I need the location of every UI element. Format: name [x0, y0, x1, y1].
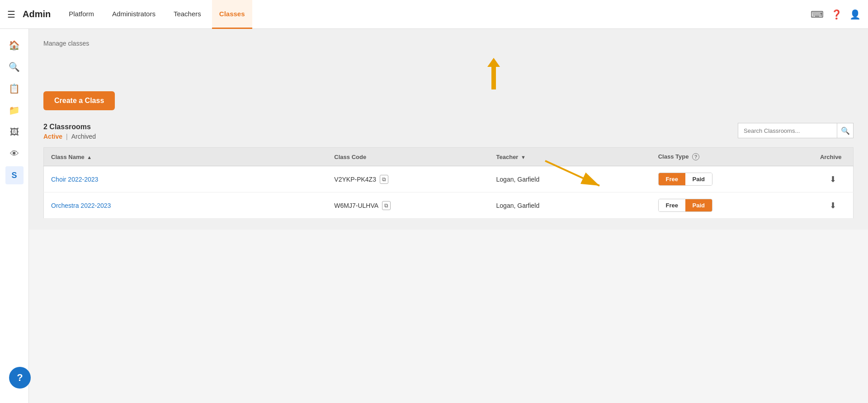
teacher-label: Teacher	[496, 154, 519, 160]
row2-paid-btn[interactable]: Paid	[685, 199, 712, 211]
nav-right: ⌨ ❓ 👤	[811, 9, 861, 20]
main-wrapper: Manage classes Create a Class 2 Classroo…	[29, 29, 868, 403]
row2-classname-link[interactable]: Orchestra 2022-2023	[51, 202, 111, 209]
sidebar-folder-icon[interactable]: 📁	[5, 101, 24, 119]
sidebar-image-icon[interactable]: 🖼	[5, 123, 24, 141]
table-header-row: Class Name ▲ Class Code Teacher ▼	[44, 148, 854, 166]
row2-archive-button[interactable]: ⬇	[820, 201, 846, 211]
row2-classname: Orchestra 2022-2023	[44, 192, 327, 219]
row1-teacher: Logan, Garfield	[489, 166, 651, 192]
tab-divider: |	[66, 133, 68, 140]
teacher-sort-icon[interactable]: ▼	[521, 155, 526, 160]
classname-label: Class Name	[51, 154, 85, 160]
row1-paid-btn[interactable]: Paid	[685, 173, 712, 185]
sidebar-eye-icon[interactable]: 👁	[5, 145, 24, 163]
col-classname-header: Class Name ▲	[44, 148, 327, 166]
top-nav: ☰ Admin Platform Administrators Teachers…	[0, 0, 868, 29]
row2-code-text: W6MJ7-ULHVA	[334, 202, 378, 209]
nav-item-classes[interactable]: Classes	[212, 0, 252, 29]
help-circle-button[interactable]: ?	[9, 367, 31, 389]
sidebar-search-icon[interactable]: 🔍	[5, 58, 24, 76]
account-icon[interactable]: 👤	[849, 9, 861, 20]
row1-classname: Choir 2022-2023	[44, 166, 327, 192]
type-help-icon[interactable]: ?	[692, 153, 699, 160]
help-icon[interactable]: ❓	[831, 9, 842, 20]
row1-code-cell: V2YKP-PK4Z3 ⧉	[334, 175, 481, 184]
table-wrapper: Class Name ▲ Class Code Teacher ▼	[43, 147, 854, 219]
row2-code: W6MJ7-ULHVA ⧉	[327, 192, 489, 219]
classrooms-header: 2 Classrooms Active | Archived 🔍	[43, 123, 854, 140]
row1-free-btn[interactable]: Free	[659, 173, 685, 185]
main-content: Manage classes Create a Class 2 Classroo…	[29, 29, 868, 230]
col-code-header: Class Code	[327, 148, 489, 166]
col-teacher-header: Teacher ▼	[489, 148, 651, 166]
row2-type-toggle: Free Paid	[658, 199, 712, 212]
type-label: Class Type	[658, 153, 689, 160]
row2-type: Free Paid	[651, 192, 813, 219]
table-row: Choir 2022-2023 V2YKP-PK4Z3 ⧉ Logan, Gar…	[44, 166, 854, 192]
classname-sort-icon[interactable]: ▲	[87, 155, 92, 160]
search-button[interactable]: 🔍	[837, 123, 854, 138]
row2-free-btn[interactable]: Free	[659, 199, 685, 211]
tab-archived[interactable]: Archived	[71, 133, 96, 140]
row1-type-toggle: Free Paid	[658, 173, 712, 186]
table-body: Choir 2022-2023 V2YKP-PK4Z3 ⧉ Logan, Gar…	[44, 166, 854, 219]
sidebar-assignment-icon[interactable]: 📋	[5, 80, 24, 98]
row2-archive: ⬇	[813, 192, 854, 219]
row2-teacher: Logan, Garfield	[489, 192, 651, 219]
archive-label: Archive	[820, 154, 842, 160]
layout: 🏠 🔍 📋 📁 🖼 👁 S Manage classes Create a Cl…	[0, 29, 868, 403]
nav-item-administrators[interactable]: Administrators	[105, 0, 163, 29]
arrow-up-annotation	[89, 58, 868, 89]
sidebar: 🏠 🔍 📋 📁 🖼 👁 S	[0, 29, 29, 403]
col-type-header: Class Type ?	[651, 148, 813, 166]
table-row: Orchestra 2022-2023 W6MJ7-ULHVA ⧉ Logan,…	[44, 192, 854, 219]
row1-type: Free Paid	[651, 166, 813, 192]
row1-archive: ⬇	[813, 166, 854, 192]
classrooms-table: Class Name ▲ Class Code Teacher ▼	[43, 147, 854, 219]
arrow-shaft-up	[491, 67, 496, 89]
classrooms-count: 2 Classrooms	[43, 123, 96, 131]
search-area: 🔍	[738, 123, 854, 138]
page-subtitle: Manage classes	[43, 40, 854, 47]
sidebar-home-icon[interactable]: 🏠	[5, 36, 24, 54]
arrow-head-up	[487, 58, 500, 67]
nav-item-teachers[interactable]: Teachers	[166, 0, 208, 29]
code-label: Class Code	[334, 154, 366, 160]
row2-copy-button[interactable]: ⧉	[382, 201, 391, 210]
microphone-icon[interactable]: ⌨	[811, 9, 824, 20]
classrooms-info: 2 Classrooms Active | Archived	[43, 123, 96, 140]
table-header: Class Name ▲ Class Code Teacher ▼	[44, 148, 854, 166]
classrooms-tabs: Active | Archived	[43, 133, 96, 140]
create-class-button[interactable]: Create a Class	[43, 91, 115, 110]
search-input[interactable]	[738, 123, 837, 138]
row1-copy-button[interactable]: ⧉	[380, 175, 388, 184]
menu-icon[interactable]: ☰	[7, 9, 15, 20]
row1-classname-link[interactable]: Choir 2022-2023	[51, 176, 98, 183]
tab-active[interactable]: Active	[43, 133, 62, 140]
row1-archive-button[interactable]: ⬇	[820, 174, 846, 184]
col-archive-header: Archive	[813, 148, 854, 166]
row1-code-text: V2YKP-PK4Z3	[334, 176, 376, 183]
row1-code: V2YKP-PK4Z3 ⧉	[327, 166, 489, 192]
row2-code-cell: W6MJ7-ULHVA ⧉	[334, 201, 481, 210]
sidebar-s-icon[interactable]: S	[5, 166, 24, 184]
brand-label: Admin	[23, 9, 51, 19]
nav-items: Platform Administrators Teachers Classes	[61, 0, 811, 29]
nav-item-platform[interactable]: Platform	[61, 0, 101, 29]
